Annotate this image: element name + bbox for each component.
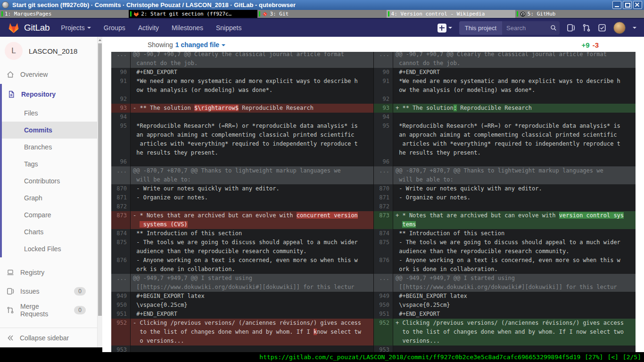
line-number[interactable]: 92 — [111, 95, 131, 104]
line-number[interactable]: 90 — [111, 68, 131, 77]
line-number[interactable]: 951 — [111, 310, 131, 319]
sidebar-item-charts[interactable]: Charts — [2, 223, 97, 240]
line-number[interactable]: 949 — [374, 292, 393, 301]
merge-requests-icon[interactable] — [582, 24, 591, 32]
line-number[interactable]: 952 — [374, 319, 393, 346]
search-scope-label[interactable]: This project — [459, 21, 502, 35]
line-number[interactable]: 875 — [374, 238, 393, 256]
diff-stats: +9 -3 — [582, 41, 599, 49]
line-number[interactable]: 94 — [374, 113, 393, 122]
sidebar-item-branches[interactable]: Branches — [2, 139, 97, 156]
collapse-sidebar-button[interactable]: Collapse sidebar — [0, 328, 97, 347]
sidebar-item-graph[interactable]: Graph — [2, 189, 97, 206]
code-cell: \vspace{0.25cm} — [393, 301, 636, 310]
scroll-up-arrow-icon[interactable] — [98, 37, 102, 43]
line-number[interactable]: ... — [111, 52, 131, 68]
line-number[interactable]: 871 — [374, 193, 393, 202]
line-number[interactable]: 871 — [111, 193, 131, 202]
window-titlebar[interactable]: Start git section (ff927c0b) · Commits ·… — [0, 0, 644, 10]
page-scrollbar[interactable] — [98, 37, 102, 347]
line-number[interactable]: ... — [374, 166, 393, 184]
nav-link-projects[interactable]: Projects — [61, 24, 91, 32]
line-number[interactable]: 91 — [111, 77, 131, 95]
line-number[interactable]: 91 — [374, 77, 393, 95]
diff-row-old-876: 876 - Anyone working on a text is concer… — [111, 256, 373, 274]
sidebar-item-compare[interactable]: Compare — [2, 206, 97, 223]
nav-link-label: Milestones — [172, 24, 203, 32]
nav-link-snippets[interactable]: Snippets — [216, 24, 241, 32]
nav-links: ProjectsGroupsActivityMilestonesSnippets — [61, 24, 241, 32]
code-cell — [131, 346, 373, 352]
line-number[interactable]: 873 — [374, 211, 393, 229]
sidebar-item-repository[interactable]: Repository — [2, 84, 97, 105]
line-number[interactable]: 875 — [111, 238, 131, 256]
line-number[interactable]: 93 — [111, 104, 131, 113]
line-number[interactable]: ... — [374, 274, 393, 292]
tab-4[interactable]: 4: Version control - Wikipedia — [387, 10, 515, 18]
code-cell: #+END_EXPORT — [131, 68, 373, 77]
line-number[interactable]: 951 — [374, 310, 393, 319]
diff-row-new-953: 953 — [374, 346, 636, 352]
sidebar-item-issues[interactable]: Issues 0 — [0, 282, 97, 301]
line-number[interactable]: 953 — [111, 346, 131, 352]
line-number[interactable]: 96 — [374, 157, 393, 166]
minimize-button[interactable] — [612, 1, 621, 9]
line-number[interactable]: 876 — [111, 256, 131, 274]
chevron-down-icon[interactable] — [633, 27, 636, 29]
sidebar-item-commits[interactable]: Commits — [2, 122, 97, 139]
line-number[interactable]: 90 — [374, 68, 393, 77]
statusbar-history-indicator: [<] — [607, 354, 618, 361]
todos-icon[interactable] — [598, 24, 606, 32]
line-number[interactable]: 874 — [111, 229, 131, 238]
sidebar-item-files[interactable]: Files — [2, 105, 97, 122]
search-icon[interactable] — [550, 25, 557, 31]
tab-5[interactable]: 5: GitHub — [515, 10, 644, 18]
sidebar-item-registry[interactable]: Registry — [0, 263, 97, 282]
line-number[interactable]: 93 — [374, 104, 393, 113]
line-number[interactable]: 95 — [111, 122, 131, 157]
new-menu-button[interactable] — [438, 24, 452, 33]
line-number[interactable]: 950 — [111, 301, 131, 310]
changed-files-dropdown[interactable]: 1 changed file — [175, 41, 225, 49]
line-number[interactable]: 950 — [374, 301, 393, 310]
line-number[interactable]: 952 — [111, 319, 131, 346]
line-number[interactable]: 949 — [111, 292, 131, 301]
maximize-button[interactable] — [623, 1, 632, 9]
user-avatar[interactable] — [613, 22, 626, 34]
line-number[interactable]: 92 — [374, 95, 393, 104]
tab-1[interactable]: 1: MarquesPages — [0, 10, 129, 18]
sidebar-item-contributors[interactable]: Contributors — [2, 173, 97, 189]
line-number[interactable]: 872 — [111, 202, 131, 211]
line-number[interactable]: ... — [374, 52, 393, 68]
sidebar-item-locked-files[interactable]: Locked Files — [2, 240, 97, 257]
line-number[interactable]: 95 — [374, 122, 393, 157]
nav-link-milestones[interactable]: Milestones — [172, 24, 203, 32]
scrollbar-thumb[interactable] — [98, 43, 102, 316]
sidebar-item-merge-requests[interactable]: Merge Requests 0 — [0, 301, 97, 320]
line-number[interactable]: 872 — [374, 202, 393, 211]
nav-link-groups[interactable]: Groups — [104, 24, 125, 32]
code-cell — [393, 346, 636, 352]
line-number[interactable]: 876 — [374, 256, 393, 274]
line-number[interactable]: 953 — [374, 346, 393, 352]
line-number[interactable]: 870 — [374, 184, 393, 193]
gitlab-logo-icon[interactable] — [8, 22, 20, 34]
line-number[interactable]: 873 — [111, 211, 131, 229]
line-number[interactable]: ... — [111, 274, 131, 292]
tab-2[interactable]: 2: Start git section (ff927c… — [129, 10, 257, 18]
line-number[interactable]: 870 — [111, 184, 131, 193]
sidebar-item-tags[interactable]: Tags — [2, 156, 97, 173]
line-number[interactable]: 94 — [111, 113, 131, 122]
line-number[interactable]: 874 — [374, 229, 393, 238]
nav-link-activity[interactable]: Activity — [138, 24, 159, 32]
tab-3[interactable]: 3: Git — [257, 10, 386, 18]
line-number[interactable]: ... — [111, 166, 131, 184]
brand-name[interactable]: GitLab — [24, 23, 50, 33]
close-button[interactable] — [633, 1, 642, 9]
line-number[interactable]: 96 — [111, 157, 131, 166]
diff-row-new-872: 872 — [374, 202, 636, 211]
statusbar-url: https://gitlab.com/c_pouzat/LASCON_2018/… — [259, 354, 580, 361]
sidebar-item-overview[interactable]: Overview — [0, 65, 97, 84]
issues-icon[interactable] — [567, 24, 575, 32]
project-header[interactable]: L LASCON_2018 — [0, 37, 97, 65]
